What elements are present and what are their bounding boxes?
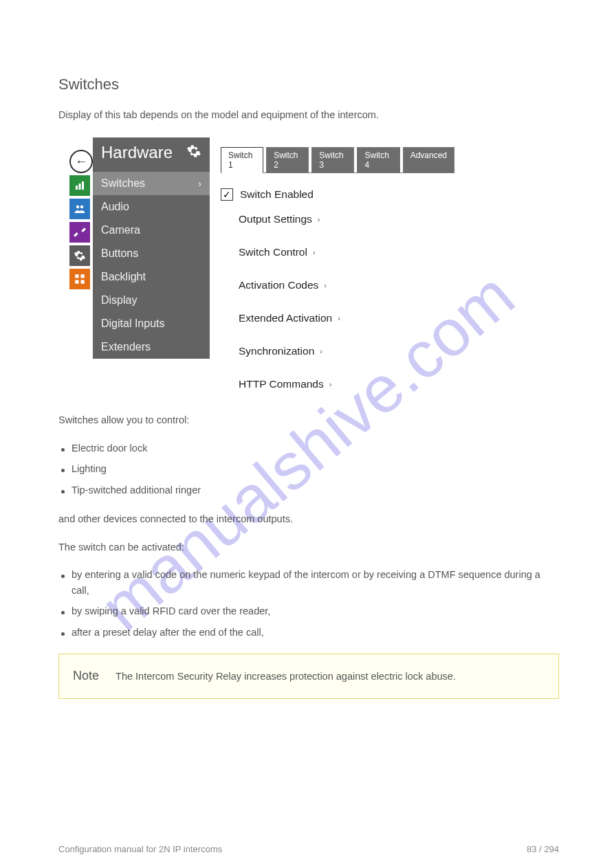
svg-rect-0 [76, 186, 78, 190]
section-heading: Switches [58, 76, 559, 93]
svg-rect-5 [75, 275, 78, 278]
link-extended-activation[interactable]: Extended Activation › [239, 312, 454, 324]
tab-switch3[interactable]: Switch 3 [311, 147, 354, 173]
svg-rect-8 [81, 280, 85, 284]
left-icon-rail [69, 175, 90, 289]
bullet-icon [61, 448, 65, 452]
chevron-right-icon: › [324, 281, 327, 289]
arrow-left-icon: ← [75, 155, 87, 169]
list-item: by entering a valid code on the numeric … [61, 567, 559, 598]
note-callout: Note The Intercom Security Relay increas… [58, 654, 559, 699]
users-tile-icon[interactable] [69, 199, 90, 219]
bullet-text: by swiping a valid RFID card over the re… [72, 603, 270, 619]
sidebar: Hardware Switches › Audio Camera [93, 137, 210, 359]
svg-rect-2 [82, 181, 84, 190]
svg-point-4 [80, 205, 84, 209]
sidebar-item-label: Extenders [101, 341, 151, 353]
bullet-icon [61, 469, 65, 472]
bullet-text: Tip-switched additional ringer [72, 482, 201, 498]
list-item: Electric door lock [61, 441, 559, 456]
sidebar-item-audio[interactable]: Audio [93, 195, 210, 219]
sidebar-list: Switches › Audio Camera Buttons Backligh… [93, 172, 210, 359]
sidebar-item-label: Display [101, 294, 137, 307]
sidebar-item-digital-inputs[interactable]: Digital Inputs [93, 312, 210, 335]
post-bullets-text: and other devices connected to the inter… [58, 511, 559, 526]
sidebar-item-extenders[interactable]: Extenders [93, 335, 210, 359]
tab-switch4[interactable]: Switch 4 [357, 147, 399, 173]
switch-enabled-row: ✓ Switch Enabled [221, 188, 454, 201]
link-label: Switch Control [239, 246, 307, 258]
sidebar-header: Hardware [93, 137, 210, 172]
link-label: HTTP Commands [239, 378, 324, 390]
page-footer: Configuration manual for 2N IP intercoms… [58, 844, 559, 854]
sidebar-item-switches[interactable]: Switches › [93, 172, 210, 195]
bullet-icon [61, 611, 65, 614]
tab-advanced[interactable]: Advanced [403, 147, 454, 173]
chevron-right-icon: › [313, 248, 316, 256]
tab-row: Switch 1 Switch 2 Switch 3 Switch 4 Adva… [221, 147, 454, 173]
link-label: Extended Activation [239, 312, 332, 324]
bullet-text: Electric door lock [72, 441, 147, 456]
back-button[interactable]: ← [69, 150, 93, 173]
sidebar-item-display[interactable]: Display [93, 289, 210, 312]
post-screenshot-text: Switches allow you to control: [58, 412, 559, 427]
link-label: Activation Codes [239, 279, 318, 291]
callout-body: The Intercom Security Relay increases pr… [116, 669, 456, 684]
sidebar-item-camera[interactable]: Camera [93, 219, 210, 242]
chevron-right-icon: › [318, 215, 320, 223]
tab-switch1[interactable]: Switch 1 [221, 147, 263, 173]
bullet-icon [61, 490, 65, 493]
intro-text: Display of this tab depends on the model… [58, 107, 559, 122]
grid-tile-icon[interactable] [69, 269, 90, 289]
sidebar-item-label: Backlight [101, 271, 146, 283]
bullet-text: after a preset delay after the end of th… [72, 625, 264, 640]
list-item: after a preset delay after the end of th… [61, 625, 559, 640]
chevron-right-icon: › [320, 347, 322, 355]
callout-heading: Note [73, 667, 99, 686]
link-http-commands[interactable]: HTTP Commands › [239, 378, 454, 390]
sidebar-item-buttons[interactable]: Buttons [93, 242, 210, 265]
list-item: Lighting [61, 461, 559, 476]
link-switch-control[interactable]: Switch Control › [239, 246, 454, 258]
link-label: Synchronization [239, 345, 314, 357]
svg-rect-6 [81, 275, 85, 278]
link-activation-codes[interactable]: Activation Codes › [239, 279, 454, 291]
sidebar-item-label: Digital Inputs [101, 318, 165, 330]
bullet-icon [61, 575, 65, 578]
bullet-text: by entering a valid code on the numeric … [72, 567, 559, 598]
svg-rect-1 [79, 183, 81, 190]
link-label: Output Settings [239, 213, 312, 225]
svg-rect-7 [75, 280, 78, 284]
switch-enabled-checkbox[interactable]: ✓ [221, 188, 233, 201]
list-item: Tip-switched additional ringer [61, 482, 559, 498]
tools-tile-icon[interactable] [69, 222, 90, 243]
sidebar-item-label: Buttons [101, 247, 138, 260]
gear-icon[interactable] [186, 144, 201, 162]
list-item: by swiping a valid RFID card over the re… [61, 603, 559, 619]
settings-tile-icon[interactable] [69, 245, 90, 266]
bullet-icon [61, 632, 65, 636]
footer-left: Configuration manual for 2N IP intercoms [58, 844, 222, 854]
link-output-settings[interactable]: Output Settings › [239, 213, 454, 225]
sidebar-item-label: Switches [101, 177, 145, 190]
link-synchronization[interactable]: Synchronization › [239, 345, 454, 357]
sidebar-item-label: Camera [101, 224, 140, 236]
features-lead: The switch can be activated: [58, 539, 559, 555]
bullet-list-features: by entering a valid code on the numeric … [61, 567, 559, 640]
sidebar-item-label: Audio [101, 201, 129, 213]
chevron-right-icon: › [329, 380, 332, 388]
bullet-list-controls: Electric door lock Lighting Tip-switched… [61, 441, 559, 498]
chevron-right-icon: › [338, 314, 340, 322]
tab-switch2[interactable]: Switch 2 [266, 147, 309, 173]
sidebar-title: Hardware [101, 143, 173, 162]
footer-right: 83 / 294 [527, 844, 559, 854]
switch-enabled-label: Switch Enabled [240, 188, 314, 201]
svg-point-3 [76, 205, 80, 209]
status-tile-icon[interactable] [69, 175, 90, 196]
chevron-right-icon: › [198, 178, 201, 189]
ui-screenshot: ← Hard [69, 137, 454, 385]
main-panel: Switch 1 Switch 2 Switch 3 Switch 4 Adva… [221, 147, 454, 390]
bullet-text: Lighting [72, 461, 107, 476]
sidebar-item-backlight[interactable]: Backlight [93, 265, 210, 289]
